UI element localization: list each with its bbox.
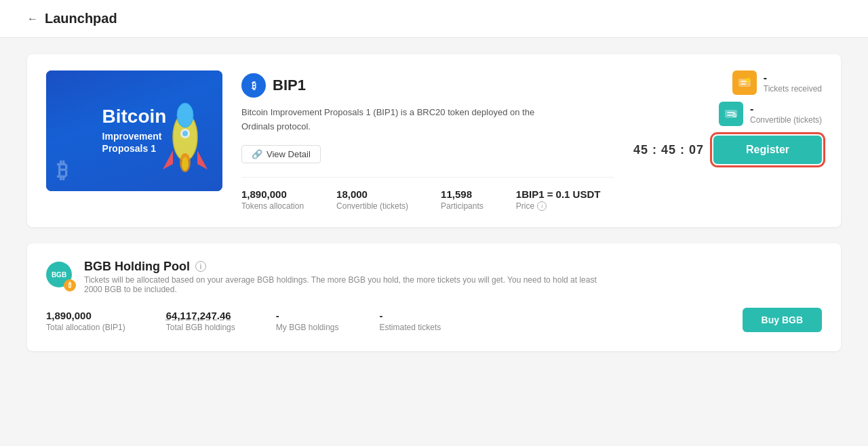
- svg-point-7: [182, 131, 188, 136]
- stat-participants: 11,598 Participants: [441, 188, 484, 211]
- pool-stat-my-bgb: - My BGB holdings: [276, 310, 339, 332]
- timer-register-row: 45 : 45 : 07 Register: [633, 136, 822, 164]
- project-image-text: Bitcoin ImprovementProposals 1: [92, 96, 178, 165]
- pool-stats-row: 1,890,000 Total allocation (BIP1) 64,117…: [46, 308, 822, 332]
- image-sub-label: ImprovementProposals 1: [102, 130, 167, 155]
- stat-price: 1BIP1 = 0.1 USDT Price i: [516, 188, 601, 211]
- svg-point-5: [182, 157, 189, 171]
- stats-row: 1,890,000 Tokens allocation 18,000 Conve…: [241, 177, 614, 211]
- bitcoin-label: Bitcoin: [102, 106, 167, 127]
- pool-info-icon[interactable]: i: [195, 261, 206, 272]
- convertible-tickets-stat: - Convertible (tickets): [719, 102, 822, 126]
- page-header: ← Launchpad: [0, 0, 868, 38]
- register-button[interactable]: Register: [713, 136, 822, 164]
- stat-tokens-allocation: 1,890,000 Tokens allocation: [241, 188, 304, 211]
- buy-bgb-button[interactable]: Buy BGB: [743, 308, 822, 332]
- pool-stat-total-bgb: 64,117,247.46 Total BGB holdings: [166, 310, 235, 332]
- pool-logo: BGB ₿: [46, 262, 76, 291]
- project-logo: ₿: [241, 73, 266, 98]
- project-name: BIP1: [273, 77, 306, 94]
- ticket-convertible-icon: [719, 102, 743, 126]
- page-title: Launchpad: [45, 11, 117, 26]
- project-name-row: ₿ BIP1: [241, 73, 614, 98]
- convertible-tickets-label: Convertible (tickets): [750, 115, 822, 125]
- price-info-icon[interactable]: i: [537, 201, 547, 211]
- svg-marker-3: [197, 150, 208, 169]
- project-info: ₿ BIP1 Bitcoin Improvement Proposals 1 (…: [241, 70, 614, 211]
- project-image: Bitcoin ImprovementProposals 1 ₿: [46, 70, 222, 191]
- link-icon: 🔗: [252, 149, 262, 159]
- stat-convertible-tickets: 18,000 Convertible (tickets): [336, 188, 408, 211]
- project-description: Bitcoin Improvement Proposals 1 (BIP1) i…: [241, 106, 567, 134]
- project-card: Bitcoin ImprovementProposals 1 ₿: [27, 54, 841, 227]
- project-right: - Tickets received - Convertible (tick: [633, 70, 822, 164]
- countdown-timer: 45 : 45 : 07: [633, 143, 704, 157]
- tickets-received-label: Tickets received: [764, 84, 822, 94]
- pool-stat-total-allocation: 1,890,000 Total allocation (BIP1): [46, 310, 125, 332]
- pool-logo-badge: ₿: [64, 279, 76, 291]
- pool-header: BGB ₿ BGB Holding Pool i Tickets will be…: [46, 260, 822, 294]
- ticket-received-icon: [732, 70, 757, 95]
- view-detail-button[interactable]: 🔗 View Detail: [241, 145, 321, 163]
- pool-description: Tickets will be allocated based on your …: [84, 275, 613, 294]
- convertible-tickets-value: -: [750, 103, 822, 115]
- main-content: Bitcoin ImprovementProposals 1 ₿: [0, 38, 868, 367]
- pool-section: BGB ₿ BGB Holding Pool i Tickets will be…: [27, 243, 841, 351]
- tickets-received-value: -: [764, 72, 822, 84]
- btc-watermark: ₿: [57, 158, 68, 183]
- pool-title: BGB Holding Pool i: [84, 260, 613, 274]
- back-button[interactable]: ←: [27, 13, 38, 25]
- tickets-received-stat: - Tickets received: [732, 70, 822, 95]
- svg-point-1: [177, 103, 193, 127]
- pool-stat-estimated-tickets: - Estimated tickets: [380, 310, 441, 332]
